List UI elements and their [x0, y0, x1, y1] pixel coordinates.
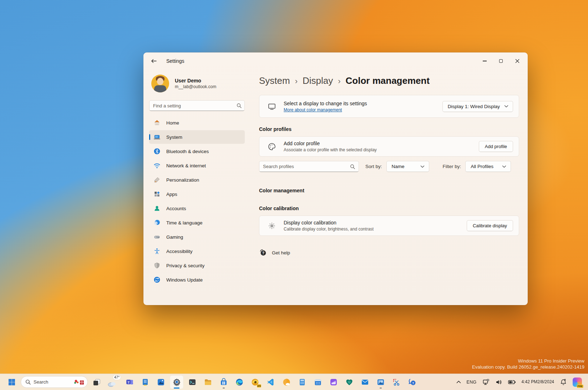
- copilot-app-icon: [282, 378, 291, 386]
- sidebar-item-windows-update[interactable]: Windows Update: [149, 273, 245, 287]
- weather-widget-button[interactable]: 47°: [106, 375, 121, 389]
- calendar-button[interactable]: [311, 375, 325, 389]
- copilot-tray-button[interactable]: PRE: [572, 376, 583, 388]
- vscode-button[interactable]: [264, 375, 278, 389]
- more-about-color-management-link[interactable]: More about color management: [284, 107, 367, 112]
- get-help-app-button[interactable]: ?: [405, 375, 419, 389]
- notepad-button[interactable]: [138, 375, 152, 389]
- sidebar-item-label: Time & language: [166, 220, 203, 226]
- sidebar-item-label: Accounts: [166, 206, 186, 211]
- sidebar-item-time-language[interactable]: Time & language: [149, 216, 245, 229]
- calibration-sun-icon: [267, 221, 277, 231]
- clipchamp-button[interactable]: [327, 375, 340, 389]
- calibrate-display-button[interactable]: Calibrate display: [467, 220, 513, 231]
- get-help-link[interactable]: ? Get help: [259, 249, 519, 257]
- sidebar-item-system[interactable]: System: [149, 130, 245, 144]
- edge-button[interactable]: [233, 375, 246, 389]
- filter-by-label: Filter by:: [443, 164, 461, 169]
- sidebar-item-home[interactable]: Home: [149, 116, 245, 130]
- system-icon: [153, 133, 161, 141]
- sidebar-item-accessibility[interactable]: Accessibility: [149, 244, 245, 258]
- sidebar-item-personalization[interactable]: Personalization: [149, 173, 245, 187]
- display-dropdown[interactable]: Display 1: Wired Display: [442, 101, 513, 112]
- clipchamp-icon: [329, 378, 338, 386]
- settings-search-box[interactable]: [149, 100, 245, 111]
- close-button[interactable]: [509, 55, 526, 67]
- tray-chevron-up[interactable]: [455, 376, 462, 388]
- calendar-icon: [314, 378, 322, 386]
- calculator-button[interactable]: [295, 375, 309, 389]
- maximize-icon: [499, 59, 503, 63]
- microsoft-store-button[interactable]: [217, 375, 230, 389]
- speaker-icon: [495, 379, 502, 386]
- copilot-app-button[interactable]: [280, 375, 293, 389]
- sidebar-item-label: Home: [166, 120, 179, 126]
- back-button[interactable]: [148, 56, 159, 66]
- bluetooth-icon: [153, 148, 161, 155]
- start-button[interactable]: [5, 375, 19, 389]
- sidebar-item-gaming[interactable]: Gaming: [149, 230, 245, 244]
- breadcrumb-display[interactable]: Display: [303, 75, 333, 86]
- color-profiles-heading: Color profiles: [259, 126, 519, 132]
- sidebar-item-privacy-security[interactable]: Privacy & security: [149, 259, 245, 272]
- system-tray: ENG 4:42 PM 2/8/2024 PRE: [455, 376, 583, 388]
- windows-logo-icon: [7, 378, 16, 386]
- chevron-down-icon: [420, 165, 425, 168]
- sort-by-dropdown[interactable]: Name: [386, 161, 429, 172]
- network-tray-icon[interactable]: [481, 376, 491, 388]
- teams-button[interactable]: T: [123, 375, 136, 389]
- sidebar-item-accounts[interactable]: Accounts: [149, 202, 245, 215]
- terminal-button[interactable]: [186, 375, 199, 389]
- snipping-tool-button[interactable]: [390, 375, 403, 389]
- mail-button[interactable]: [358, 375, 372, 389]
- family-heart-icon: [345, 378, 354, 386]
- display-color-calibration-card: Display color calibration Calibrate disp…: [259, 216, 519, 236]
- sidebar-item-apps[interactable]: Apps: [149, 187, 245, 201]
- minimize-button[interactable]: [476, 55, 493, 67]
- battery-tray-icon[interactable]: [507, 376, 517, 388]
- settings-search-input[interactable]: [153, 103, 237, 108]
- sidebar-item-label: Gaming: [166, 234, 183, 240]
- task-view-button[interactable]: [90, 375, 103, 389]
- apps-icon: [153, 191, 161, 198]
- display-selector-title: Select a display to change its settings: [284, 101, 367, 106]
- teams-icon: T: [125, 378, 134, 386]
- maximize-button[interactable]: [493, 55, 509, 67]
- filter-by-dropdown[interactable]: All Profiles: [465, 161, 511, 172]
- mail-icon: [361, 378, 369, 386]
- sidebar-item-bluetooth-devices[interactable]: Bluetooth & devices: [149, 145, 245, 158]
- sidebar-item-label: System: [166, 135, 182, 140]
- settings-app-button[interactable]: [170, 375, 183, 389]
- search-icon: [237, 103, 242, 108]
- sidebar-nav: Home System Bluetooth & devices Network …: [149, 116, 245, 287]
- photos-button[interactable]: [374, 375, 387, 389]
- titlebar: Settings: [143, 52, 528, 70]
- edge-canary-button[interactable]: AN: [248, 375, 262, 389]
- copilot-icon: PRE: [573, 378, 582, 387]
- add-profile-button[interactable]: Add profile: [479, 141, 513, 152]
- watermark-line1: Windows 11 Pro Insider Preview: [472, 358, 584, 364]
- get-help-icon: ?: [259, 249, 267, 257]
- language-indicator[interactable]: ENG: [466, 376, 478, 388]
- notification-bell[interactable]: [559, 376, 568, 388]
- taskbar: Search 47° T: [0, 374, 588, 390]
- user-profile[interactable]: User Demo m__lab@outlook.com: [149, 72, 245, 100]
- sidebar-item-network-internet[interactable]: Network & internet: [149, 159, 245, 172]
- taskbar-search[interactable]: Search: [21, 376, 88, 388]
- gallery-button[interactable]: [154, 375, 168, 389]
- search-profiles-box[interactable]: [259, 161, 359, 172]
- accessibility-icon: [153, 248, 161, 255]
- breadcrumb: System › Display › Color management: [259, 75, 519, 86]
- search-icon: [25, 379, 31, 385]
- color-management-heading: Color management: [259, 188, 519, 193]
- file-explorer-icon: [204, 378, 212, 386]
- chevron-down-icon: [502, 165, 506, 168]
- family-safety-button[interactable]: [343, 375, 356, 389]
- breadcrumb-system[interactable]: System: [259, 75, 290, 86]
- get-help-app-icon: ?: [408, 378, 416, 386]
- search-profiles-input[interactable]: [263, 164, 350, 169]
- file-explorer-button[interactable]: [201, 375, 215, 389]
- volume-tray-icon[interactable]: [494, 376, 503, 388]
- clock[interactable]: 4:42 PM 2/8/2024: [521, 376, 555, 388]
- display-color-calibration-subtitle: Calibrate display color, brightness, and…: [284, 227, 374, 232]
